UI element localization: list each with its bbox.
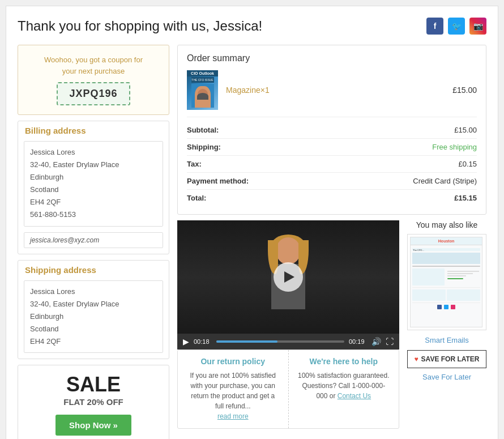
return-policy-text: If you are not 100% satisfied with your … xyxy=(186,370,280,421)
help-title: We're here to help xyxy=(297,357,391,366)
left-column: Woohoo, you got a coupon for your next p… xyxy=(18,45,169,439)
order-item-price: £15.00 xyxy=(452,86,477,95)
shipping-postcode: EH4 2QF xyxy=(30,335,157,348)
billing-postcode: EH4 2QF xyxy=(30,196,157,208)
order-item-name: Magazine×1 xyxy=(226,86,270,95)
billing-address-box: Jessica Lores 32-40, Easter Drylaw Place… xyxy=(24,141,163,227)
order-summary-title: Order summary xyxy=(187,53,477,63)
product-name-label: Smart Emails xyxy=(407,336,486,344)
contact-us-link[interactable]: Contact Us xyxy=(338,392,371,400)
volume-button[interactable]: 🔊 xyxy=(371,337,381,346)
shipping-address-box: Jessica Lores 32-40, Easter Drylaw Place… xyxy=(24,280,163,353)
video-controls: ▶ 00:18 00:19 🔊 ⛶ xyxy=(177,334,399,350)
shipping-address-section: Shipping address Jessica Lores 32-40, Ea… xyxy=(18,260,169,359)
billing-city: Edinburgh xyxy=(30,171,157,184)
billing-email: jessica.lores@xyz.com xyxy=(24,232,163,248)
billing-region: Scotland xyxy=(30,184,157,196)
read-more-link[interactable]: read more xyxy=(217,412,249,420)
return-policy-title: Our return policy xyxy=(186,357,280,366)
order-row-total: Total: £15.15 xyxy=(187,190,477,206)
order-row-payment: Payment method: Credit Card (Stripe) xyxy=(187,173,477,190)
coupon-box: Woohoo, you got a coupon for your next p… xyxy=(18,45,169,115)
play-icon xyxy=(284,271,294,283)
sale-subtitle: FLAT 20% OFF xyxy=(25,397,162,407)
shipping-address-title: Shipping address xyxy=(18,261,169,277)
video-bg xyxy=(177,220,399,334)
order-row-subtotal: Subtotal: £15.00 xyxy=(187,122,477,139)
order-item: CIO Outlook THE CFO ISSUE xyxy=(187,70,477,117)
remaining-time: 00:19 xyxy=(349,338,367,345)
email-preview-body: The CFO... xyxy=(411,245,482,312)
heart-icon: ♥ xyxy=(414,355,418,363)
billing-address-section: Billing address Jessica Lores 32-40, Eas… xyxy=(18,121,169,254)
product-preview-image[interactable]: Houston The CFO... xyxy=(407,234,486,330)
email-preview: Houston The CFO... xyxy=(410,237,482,327)
shipping-region: Scotland xyxy=(30,323,157,335)
fullscreen-button[interactable]: ⛶ xyxy=(386,337,394,346)
order-summary: Order summary CIO Outlook THE CFO ISSUE xyxy=(177,45,486,215)
save-later-label: Save For Later xyxy=(407,373,486,381)
shipping-city: Edinburgh xyxy=(30,310,157,323)
play-pause-button[interactable]: ▶ xyxy=(183,337,189,346)
return-policy-col: Our return policy If you are not 100% sa… xyxy=(178,350,289,428)
sale-box: SALE FLAT 20% OFF Shop Now » xyxy=(18,365,169,439)
billing-phone: 561-880-5153 xyxy=(30,208,157,221)
shipping-name: Jessica Lores xyxy=(30,285,157,298)
order-row-shipping: Shipping: Free shipping xyxy=(187,139,477,156)
save-for-later-button[interactable]: ♥ SAVE FOR LATER xyxy=(407,350,486,368)
video-player[interactable]: ▶ 00:18 00:19 🔊 ⛶ xyxy=(177,220,399,350)
billing-name: Jessica Lores xyxy=(30,146,157,159)
right-column: Order summary CIO Outlook THE CFO ISSUE xyxy=(177,45,486,429)
sale-title: SALE xyxy=(25,374,162,395)
play-button[interactable] xyxy=(274,262,303,292)
help-text: 100% satisfaction guaranteed. Questions?… xyxy=(297,370,391,401)
order-row-tax: Tax: £0.15 xyxy=(187,156,477,173)
may-also-like-title: You may also like xyxy=(407,220,486,229)
bottom-row: ▶ 00:18 00:19 🔊 ⛶ Our xyxy=(177,220,486,429)
page-title: Thank you for shopping with us, Jessica! xyxy=(18,18,262,34)
facebook-icon[interactable]: f xyxy=(426,18,443,35)
instagram-icon[interactable]: 📷 xyxy=(469,18,486,35)
billing-address-title: Billing address xyxy=(18,121,169,138)
twitter-icon[interactable]: 🐦 xyxy=(448,18,465,35)
email-preview-header: Houston xyxy=(411,237,482,245)
shipping-address1: 32-40, Easter Drylaw Place xyxy=(30,298,157,310)
social-icons: f 🐦 📷 xyxy=(426,18,486,35)
order-item-image: CIO Outlook THE CFO ISSUE xyxy=(187,70,218,110)
elapsed-time: 00:18 xyxy=(194,338,212,345)
coupon-text: Woohoo, you got a coupon for your next p… xyxy=(25,54,162,76)
policy-section: Our return policy If you are not 100% sa… xyxy=(177,350,399,429)
help-col: We're here to help 100% satisfaction gua… xyxy=(289,350,399,428)
progress-bar-fill xyxy=(216,340,277,343)
order-rows: Subtotal: £15.00 Shipping: Free shipping… xyxy=(187,122,477,206)
coupon-code[interactable]: JXPQ196 xyxy=(57,82,130,105)
video-section: ▶ 00:18 00:19 🔊 ⛶ Our xyxy=(177,220,399,429)
may-also-like-section: You may also like Houston The CFO... xyxy=(407,220,486,381)
shop-now-button[interactable]: Shop Now » xyxy=(55,415,131,436)
billing-address1: 32-40, Easter Drylaw Place xyxy=(30,159,157,171)
order-item-details: Magazine×1 xyxy=(226,85,452,95)
progress-bar[interactable] xyxy=(216,340,344,343)
